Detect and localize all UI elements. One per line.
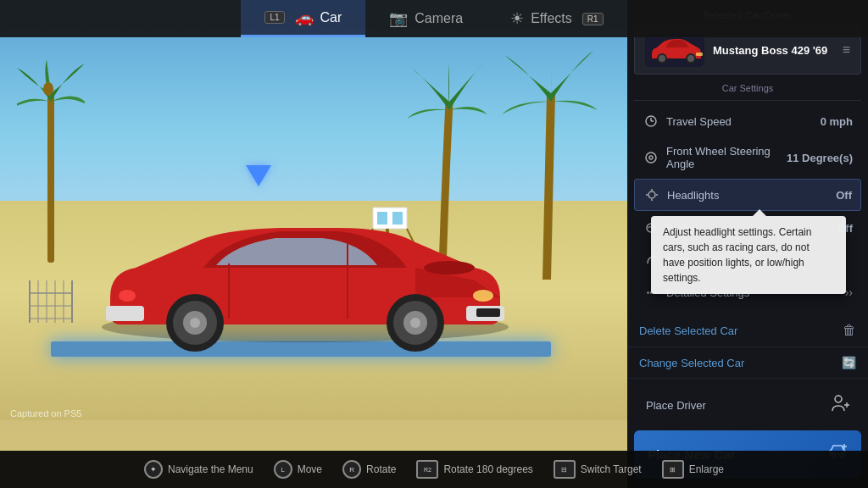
place-driver-icon (831, 394, 849, 417)
rotate180-btn: R2 (416, 460, 438, 479)
detailed-settings-arrow: ›› (845, 286, 853, 299)
effects-tab-icon: ☀ (510, 9, 524, 28)
steering-value: 11 Degree(s) (787, 152, 853, 164)
control-rotate: R Rotate (342, 460, 396, 479)
steering-label: Front Wheel Steering Angle (666, 145, 787, 170)
travel-speed-icon (643, 113, 659, 130)
rotate-btn: R (342, 460, 361, 479)
setting-headlights[interactable]: Headlights Off (634, 179, 861, 211)
car-name: Mustang Boss 429 '69 (713, 44, 834, 57)
svg-point-48 (646, 152, 656, 163)
l1-badge: L1 (264, 11, 284, 24)
delete-car-row[interactable]: Delete Selected Car 🗑 (627, 314, 868, 347)
svg-point-1 (43, 82, 53, 96)
move-btn: L (274, 460, 292, 479)
change-car-row[interactable]: Change Selected Car 🔄 (627, 347, 868, 379)
navigate-btn: ✦ (144, 460, 163, 479)
svg-rect-28 (106, 306, 144, 321)
ps5-watermark: Captured on PS5 (10, 408, 81, 419)
svg-rect-26 (476, 308, 500, 317)
svg-point-50 (648, 191, 655, 198)
tab-effects[interactable]: ☀ Effects R1 (487, 0, 626, 37)
navigate-label: Navigate the Menu (168, 463, 253, 475)
delete-car-icon: 🗑 (843, 323, 856, 338)
camera-tab-icon: 📷 (389, 9, 408, 28)
control-switch-target: ⊟ Switch Target (554, 460, 642, 479)
r1-badge: R1 (582, 13, 604, 25)
svg-point-41 (659, 55, 665, 62)
headlights-icon (643, 186, 660, 203)
enlarge-btn: ⊞ (662, 460, 684, 479)
enlarge-label: Enlarge (689, 463, 724, 475)
svg-rect-0 (47, 93, 54, 263)
effects-tab-label: Effects (531, 11, 572, 26)
delete-car-label: Delete Selected Car (639, 324, 843, 337)
move-label: Move (298, 463, 322, 475)
car-thumbnail (645, 33, 704, 67)
car-tab-label: Car (320, 10, 342, 25)
place-driver-row[interactable]: Place Driver (634, 385, 861, 425)
rotate180-label: Rotate 180 degrees (443, 463, 532, 475)
car-display (59, 187, 551, 357)
tooltip-arrow (753, 209, 766, 216)
control-enlarge: ⊞ Enlarge (662, 460, 724, 479)
navigation-arrow (246, 165, 271, 186)
switch-target-btn: ⊟ (554, 460, 576, 479)
setting-travel-speed[interactable]: Travel Speed 0 mph (634, 106, 861, 136)
camera-tab-label: Camera (415, 11, 463, 26)
svg-point-49 (649, 156, 653, 159)
steering-icon (643, 149, 659, 166)
control-navigate: ✦ Navigate the Menu (144, 460, 253, 479)
headlights-value: Off (836, 189, 852, 202)
setting-steering[interactable]: Front Wheel Steering Angle 11 Degree(s) (634, 138, 861, 177)
control-move: L Move (274, 460, 322, 479)
svg-point-27 (473, 290, 493, 302)
car-tab-icon: 🚗 (295, 8, 314, 27)
svg-point-37 (410, 318, 420, 328)
place-driver-label: Place Driver (646, 399, 831, 412)
svg-point-29 (119, 290, 136, 302)
switch-target-label: Switch Target (581, 463, 642, 475)
bottom-controls-bar: ✦ Navigate the Menu L Move R Rotate R2 R… (0, 451, 868, 488)
travel-speed-value: 0 mph (821, 115, 853, 128)
tab-car[interactable]: L1 🚗 Car (241, 0, 365, 37)
change-car-label: Change Selected Car (639, 357, 842, 369)
tooltip-text: Adjust headlight settings. Certain cars,… (663, 226, 811, 284)
svg-rect-44 (696, 53, 703, 56)
game-viewport: Captured on PS5 (0, 0, 627, 488)
car-settings-header: Car Settings (634, 80, 861, 101)
headlights-label: Headlights (667, 189, 836, 202)
svg-point-43 (687, 55, 694, 62)
svg-point-57 (835, 396, 842, 402)
car-menu-icon[interactable]: ≡ (843, 42, 850, 58)
headlights-tooltip: Adjust headlight settings. Certain cars,… (651, 216, 846, 294)
tab-camera[interactable]: 📷 Camera (365, 0, 487, 37)
travel-speed-label: Travel Speed (666, 115, 821, 128)
svg-point-33 (190, 318, 200, 328)
svg-point-38 (424, 261, 475, 274)
control-rotate180: R2 Rotate 180 degrees (416, 460, 532, 479)
rotate-label: Rotate (366, 463, 396, 475)
top-nav: L1 🚗 Car 📷 Camera ☀ Effects R1 (0, 0, 868, 37)
change-car-icon: 🔄 (842, 356, 856, 369)
